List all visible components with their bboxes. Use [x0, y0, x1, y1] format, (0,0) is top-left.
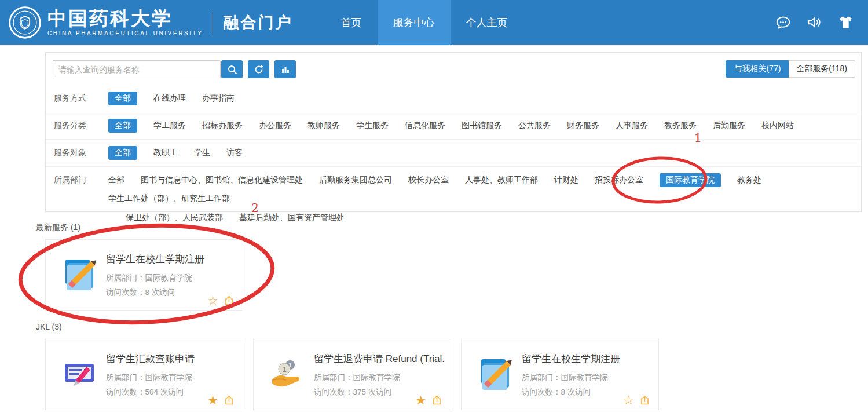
svg-text:1: 1 — [282, 365, 286, 374]
university-seal-logo — [8, 6, 42, 39]
hand-coins-icon: 1 1 — [269, 356, 306, 393]
category-option[interactable]: 教师服务 — [307, 119, 340, 133]
category-option[interactable]: 后勤服务 — [713, 119, 745, 133]
card-title: 留学生退费申请 Refund (Trial... — [314, 352, 444, 366]
share-icon[interactable] — [224, 395, 235, 406]
search-button[interactable] — [221, 60, 243, 78]
card-title: 留学生在校生学期注册 — [522, 352, 651, 366]
refresh-icon — [254, 64, 264, 75]
section-title-jkl: JKL (3) — [36, 322, 62, 331]
refresh-button[interactable] — [248, 60, 269, 78]
nav-personal-home[interactable]: 个人主页 — [451, 0, 523, 45]
top-header: 中国药科大学 CHINA PHARMACEUTICAL UNIVERSITY 融… — [0, 0, 868, 46]
dept-option[interactable]: 图书与信息中心、图书馆、信息化建设管理处 — [141, 173, 303, 187]
section-title-latest: 最新服务 (1) — [36, 222, 80, 233]
main-nav: 首页 服务中心 个人主页 — [325, 0, 523, 45]
share-icon[interactable] — [431, 395, 442, 406]
category-option[interactable]: 学生服务 — [356, 119, 389, 133]
method-option-online[interactable]: 在线办理 — [153, 92, 186, 105]
dept-option[interactable]: 基建后勤处、国有资产管理处 — [239, 211, 345, 225]
scope-toggle: 与我相关(77) 全部服务(118) — [726, 60, 855, 78]
dept-option[interactable]: 人事处、教师工作部 — [465, 173, 538, 187]
audience-option-staff[interactable]: 教职工 — [153, 146, 178, 160]
filter-label-category: 服务分类 — [54, 119, 96, 133]
dept-option[interactable]: 保卫处（部）、人民武装部 — [126, 211, 223, 225]
cheque-pen-icon — [61, 356, 98, 393]
category-option[interactable]: 全部 — [108, 119, 137, 133]
related-to-me-button[interactable]: 与我相关(77) — [726, 60, 789, 78]
favorite-star-icon[interactable]: ☆ — [207, 294, 218, 306]
category-option[interactable]: 学工服务 — [153, 119, 186, 133]
university-name-en: CHINA PHARMACEUTICAL UNIVERSITY — [47, 31, 203, 36]
card-department: 所属部门：国际教育学院 — [106, 271, 236, 286]
dept-option[interactable]: 校长办公室 — [408, 173, 449, 187]
notes-pencil-icon — [61, 256, 98, 293]
dept-option[interactable]: 后勤服务集团总公司 — [319, 173, 392, 187]
header-divider — [213, 11, 213, 34]
all-services-button[interactable]: 全部服务(118) — [789, 60, 855, 78]
chat-icon[interactable] — [775, 14, 791, 30]
portal-name: 融合门户 — [224, 12, 293, 33]
method-option-all[interactable]: 全部 — [108, 92, 137, 105]
stats-button[interactable] — [274, 60, 296, 78]
category-option[interactable]: 财务服务 — [567, 119, 599, 133]
nav-service-center[interactable]: 服务中心 — [378, 0, 451, 45]
dept-option[interactable]: 招投标办公室 — [595, 173, 643, 187]
bar-chart-icon — [280, 64, 291, 75]
filter-label-audience: 服务对象 — [54, 146, 96, 160]
dept-option[interactable]: 学生工作处（部）、研究生工作部 — [108, 192, 230, 206]
university-name-cn: 中国药科大学 — [47, 9, 203, 28]
audience-option-all[interactable]: 全部 — [108, 146, 137, 160]
filter-label-department: 所属部门 — [54, 173, 96, 225]
card-title: 留学生在校生学期注册 — [106, 253, 236, 266]
card-department: 所属部门：国际教育学院 — [522, 371, 651, 385]
search-row: 与我相关(77) 全部服务(118) — [46, 53, 861, 85]
header-icons — [775, 14, 854, 30]
category-option[interactable]: 校内网站 — [761, 119, 794, 133]
card-department: 所属部门：国际教育学院 — [314, 371, 444, 385]
university-name-block: 中国药科大学 CHINA PHARMACEUTICAL UNIVERSITY — [47, 9, 203, 36]
dept-option[interactable]: 计财处 — [554, 173, 578, 187]
card-department: 所属部门：国际教育学院 — [106, 371, 236, 385]
speaker-icon[interactable] — [807, 14, 822, 30]
favorite-star-icon[interactable]: ★ — [415, 394, 426, 406]
favorite-star-icon[interactable]: ★ — [207, 394, 218, 406]
filter-row-category: 服务分类 全部 学工服务 招标办服务 办公服务 教师服务 学生服务 信息化服务 … — [46, 112, 861, 140]
filter-label-method: 服务方式 — [54, 92, 96, 105]
audience-option-student[interactable]: 学生 — [194, 146, 210, 160]
card-title: 留学生汇款查账申请 — [106, 352, 236, 366]
category-option[interactable]: 办公服务 — [259, 119, 291, 133]
service-card-refund[interactable]: 1 1 留学生退费申请 Refund (Trial... 所属部门：国际教育学院… — [253, 339, 451, 410]
theme-tshirt-icon[interactable] — [838, 14, 854, 30]
audience-option-visitor[interactable]: 访客 — [226, 146, 243, 160]
service-filter-panel: 与我相关(77) 全部服务(118) 服务方式 全部 在线办理 办事指南 服务分… — [45, 52, 862, 212]
category-option[interactable]: 招标办服务 — [202, 119, 243, 133]
service-card-remittance-check[interactable]: 留学生汇款查账申请 所属部门：国际教育学院 访问次数：504 次访问 ★ — [45, 339, 243, 410]
share-icon[interactable] — [224, 295, 235, 306]
category-option[interactable]: 信息化服务 — [405, 119, 445, 133]
share-icon[interactable] — [639, 395, 650, 406]
service-card-semester-registration[interactable]: 留学生在校生学期注册 所属部门：国际教育学院 访问次数：8 次访问 ☆ — [461, 339, 659, 410]
filter-row-audience: 服务对象 全部 教职工 学生 访客 — [46, 140, 861, 167]
notes-pencil-icon — [477, 356, 514, 393]
favorite-star-icon[interactable]: ☆ — [623, 394, 634, 406]
dept-option-international-education[interactable]: 国际教育学院 — [660, 173, 721, 187]
filter-row-department: 所属部门 全部 图书与信息中心、图书馆、信息化建设管理处 后勤服务集团总公司 校… — [46, 167, 861, 231]
search-input[interactable] — [53, 60, 221, 78]
filter-row-method: 服务方式 全部 在线办理 办事指南 — [46, 85, 861, 112]
search-icon — [227, 64, 237, 75]
category-option[interactable]: 图书馆服务 — [462, 119, 502, 133]
category-option[interactable]: 人事服务 — [616, 119, 648, 133]
dept-option[interactable]: 教务处 — [737, 173, 761, 187]
category-option[interactable]: 教务服务 — [664, 119, 697, 133]
dept-option[interactable]: 全部 — [108, 173, 124, 187]
nav-home[interactable]: 首页 — [325, 0, 378, 45]
method-option-guide[interactable]: 办事指南 — [202, 92, 235, 105]
service-card-semester-registration[interactable]: 留学生在校生学期注册 所属部门：国际教育学院 访问次数：8 次访问 ☆ — [45, 239, 243, 311]
category-option[interactable]: 公共服务 — [518, 119, 551, 133]
